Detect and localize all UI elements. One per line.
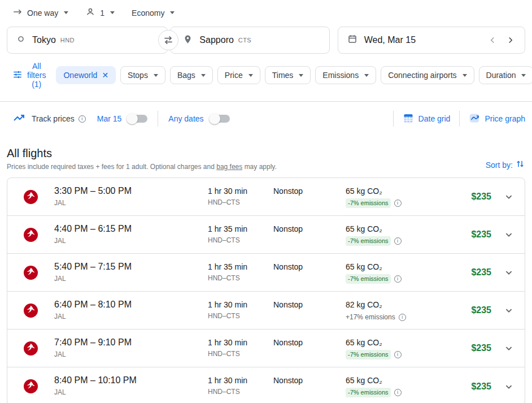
expand-flight-button[interactable] bbox=[498, 223, 520, 246]
trending-up-icon bbox=[12, 111, 26, 127]
flight-times: 6:40 PM – 8:10 PM bbox=[54, 299, 208, 310]
vertical-divider bbox=[158, 111, 158, 127]
trip-type-dropdown[interactable]: One way bbox=[12, 7, 68, 19]
flight-row[interactable]: 5:40 PM – 7:15 PM JAL 1 hr 35 min HND–CT… bbox=[7, 254, 525, 292]
chevron-down-icon bbox=[110, 11, 115, 14]
date-grid-button[interactable]: Date grid bbox=[403, 112, 451, 125]
track-date-toggle[interactable] bbox=[128, 115, 147, 123]
trip-options-bar: One way 1 Economy bbox=[0, 0, 532, 24]
airline-name: JAL bbox=[54, 275, 208, 283]
results-disclaimer: Prices include required taxes + fees for… bbox=[7, 163, 277, 171]
filter-chip-connecting-airports[interactable]: Connecting airports bbox=[381, 66, 474, 84]
any-dates-toggle[interactable] bbox=[211, 115, 230, 123]
track-prices-label: Track prices bbox=[32, 114, 75, 123]
jal-airline-logo bbox=[7, 379, 54, 394]
passengers-count: 1 bbox=[100, 8, 104, 18]
trip-type-label: One way bbox=[27, 8, 58, 18]
price-graph-button[interactable]: Price graph bbox=[469, 112, 525, 125]
swap-arrows-icon bbox=[163, 34, 174, 46]
flight-route: HND–CTS bbox=[208, 350, 273, 358]
vertical-divider bbox=[393, 111, 394, 127]
destination-code: CTS bbox=[238, 37, 251, 44]
flight-duration: 1 hr 30 min bbox=[208, 299, 273, 310]
filter-chip-stops[interactable]: Stops bbox=[120, 66, 165, 84]
chevron-down-icon bbox=[503, 380, 515, 393]
chip-label: Emissions bbox=[322, 71, 359, 80]
airline-name: JAL bbox=[54, 388, 208, 396]
flight-duration: 1 hr 30 min bbox=[208, 375, 273, 385]
filter-chip-bags[interactable]: Bags bbox=[170, 66, 213, 84]
cabin-class-dropdown[interactable]: Economy bbox=[132, 8, 175, 18]
flight-duration: 1 hr 30 min bbox=[208, 337, 273, 348]
co2-amount: 82 kg CO₂ bbox=[346, 299, 452, 310]
chevron-down-icon bbox=[463, 74, 467, 77]
info-icon[interactable]: i bbox=[394, 237, 402, 245]
destination-city: Sapporo bbox=[199, 35, 234, 45]
previous-date-button[interactable] bbox=[487, 35, 498, 45]
chip-label: Bags bbox=[177, 71, 195, 80]
flight-stops: Nonstop bbox=[273, 375, 346, 385]
filter-chip-times[interactable]: Times bbox=[265, 66, 311, 84]
origin-field[interactable]: Tokyo HND bbox=[7, 27, 168, 54]
expand-flight-button[interactable] bbox=[498, 185, 520, 208]
info-icon[interactable]: i bbox=[394, 275, 402, 283]
flight-duration: 1 hr 35 min bbox=[208, 261, 273, 272]
expand-flight-button[interactable] bbox=[498, 337, 520, 359]
track-date-label: Mar 15 bbox=[97, 114, 122, 123]
sort-by-button[interactable]: Sort by: bbox=[486, 159, 525, 171]
one-way-arrow-icon bbox=[12, 7, 23, 19]
flight-results-list: 3:30 PM – 5:00 PM JAL 1 hr 30 min HND–CT… bbox=[7, 177, 525, 403]
co2-amount: 65 kg CO₂ bbox=[346, 185, 452, 196]
info-icon[interactable]: i bbox=[394, 200, 402, 207]
date-field[interactable]: Wed, Mar 15 bbox=[338, 27, 525, 54]
close-icon[interactable]: ✕ bbox=[102, 71, 108, 79]
date-grid-label: Date grid bbox=[418, 114, 451, 123]
filter-chip-oneworld[interactable]: Oneworld ✕ bbox=[56, 66, 116, 84]
filter-chip-emissions[interactable]: Emissions bbox=[315, 66, 376, 84]
expand-flight-button[interactable] bbox=[498, 375, 520, 398]
flight-row[interactable]: 7:40 PM – 9:10 PM JAL 1 hr 30 min HND–CT… bbox=[7, 330, 525, 367]
flight-route: HND–CTS bbox=[208, 198, 273, 206]
flight-stops: Nonstop bbox=[273, 299, 346, 310]
all-filters-button[interactable]: All filters (1) bbox=[12, 62, 51, 89]
person-icon bbox=[85, 7, 95, 19]
flight-route: HND–CTS bbox=[208, 274, 273, 282]
flight-route: HND–CTS bbox=[208, 388, 273, 396]
passengers-dropdown[interactable]: 1 bbox=[85, 7, 115, 19]
jal-airline-logo bbox=[7, 303, 54, 318]
flight-stops: Nonstop bbox=[273, 185, 346, 196]
info-icon[interactable]: i bbox=[394, 389, 402, 396]
chevron-down-icon bbox=[503, 304, 515, 317]
info-icon[interactable]: i bbox=[79, 115, 86, 123]
cabin-class-label: Economy bbox=[132, 8, 164, 18]
chip-label: Duration bbox=[486, 71, 516, 80]
flight-row[interactable]: 8:40 PM – 10:10 PM JAL 1 hr 30 min HND–C… bbox=[7, 367, 525, 403]
airline-name: JAL bbox=[54, 313, 208, 320]
destination-field[interactable]: Sapporo CTS bbox=[170, 27, 329, 54]
flight-times: 3:30 PM – 5:00 PM bbox=[54, 185, 208, 197]
emissions-badge: -7% emissions bbox=[346, 236, 391, 246]
expand-flight-button[interactable] bbox=[498, 299, 520, 322]
expand-flight-button[interactable] bbox=[498, 261, 520, 284]
flight-stops: Nonstop bbox=[273, 261, 346, 272]
flight-times: 4:40 PM – 6:15 PM bbox=[54, 223, 208, 235]
flight-row[interactable]: 3:30 PM – 5:00 PM JAL 1 hr 30 min HND–CT… bbox=[7, 178, 525, 216]
flight-price: $235 bbox=[471, 382, 491, 391]
filter-chip-price[interactable]: Price bbox=[217, 66, 260, 84]
jal-airline-logo bbox=[7, 189, 54, 205]
swap-airports-button[interactable] bbox=[158, 30, 178, 50]
info-icon[interactable]: i bbox=[399, 314, 406, 321]
bag-fees-link[interactable]: bag fees bbox=[216, 163, 242, 171]
flight-price: $235 bbox=[471, 305, 491, 315]
filter-chip-duration[interactable]: Duration bbox=[479, 66, 532, 84]
next-date-button[interactable] bbox=[505, 35, 516, 45]
disclaimer-text: Prices include required taxes + fees for… bbox=[7, 163, 215, 171]
price-graph-label: Price graph bbox=[485, 114, 525, 123]
view-tools: Date grid Price graph bbox=[393, 111, 525, 127]
calendar-icon bbox=[347, 34, 357, 46]
flight-duration: 1 hr 30 min bbox=[208, 185, 273, 196]
flight-row[interactable]: 6:40 PM – 8:10 PM JAL 1 hr 30 min HND–CT… bbox=[7, 292, 525, 330]
emissions-badge: -7% emissions bbox=[346, 388, 391, 397]
flight-row[interactable]: 4:40 PM – 6:15 PM JAL 1 hr 35 min HND–CT… bbox=[7, 216, 525, 254]
info-icon[interactable]: i bbox=[394, 351, 402, 358]
